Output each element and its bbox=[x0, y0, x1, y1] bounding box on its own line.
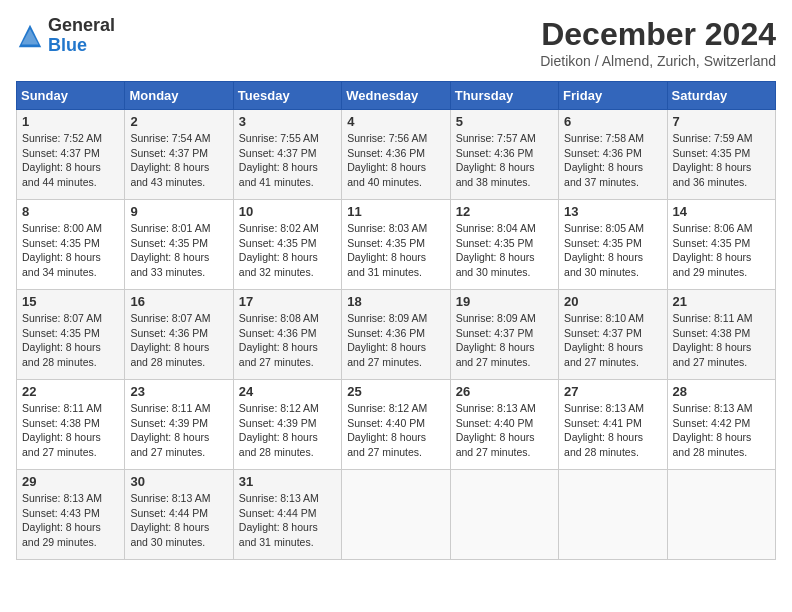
day-info: Sunrise: 7:54 AMSunset: 4:37 PMDaylight:… bbox=[130, 131, 227, 190]
calendar-cell: 5Sunrise: 7:57 AMSunset: 4:36 PMDaylight… bbox=[450, 110, 558, 200]
month-title: December 2024 bbox=[540, 16, 776, 53]
calendar-table: SundayMondayTuesdayWednesdayThursdayFrid… bbox=[16, 81, 776, 560]
day-info: Sunrise: 7:52 AMSunset: 4:37 PMDaylight:… bbox=[22, 131, 119, 190]
calendar-cell: 6Sunrise: 7:58 AMSunset: 4:36 PMDaylight… bbox=[559, 110, 667, 200]
day-number: 26 bbox=[456, 384, 553, 399]
page-header: General Blue December 2024 Dietikon / Al… bbox=[16, 16, 776, 69]
calendar-cell bbox=[559, 470, 667, 560]
day-info: Sunrise: 8:04 AMSunset: 4:35 PMDaylight:… bbox=[456, 221, 553, 280]
day-number: 17 bbox=[239, 294, 336, 309]
day-number: 15 bbox=[22, 294, 119, 309]
day-info: Sunrise: 8:13 AMSunset: 4:44 PMDaylight:… bbox=[239, 491, 336, 550]
day-info: Sunrise: 8:09 AMSunset: 4:37 PMDaylight:… bbox=[456, 311, 553, 370]
day-number: 25 bbox=[347, 384, 444, 399]
calendar-cell: 2Sunrise: 7:54 AMSunset: 4:37 PMDaylight… bbox=[125, 110, 233, 200]
day-number: 28 bbox=[673, 384, 770, 399]
calendar-cell: 24Sunrise: 8:12 AMSunset: 4:39 PMDayligh… bbox=[233, 380, 341, 470]
day-number: 1 bbox=[22, 114, 119, 129]
calendar-cell: 16Sunrise: 8:07 AMSunset: 4:36 PMDayligh… bbox=[125, 290, 233, 380]
day-info: Sunrise: 8:05 AMSunset: 4:35 PMDaylight:… bbox=[564, 221, 661, 280]
day-number: 10 bbox=[239, 204, 336, 219]
day-header-saturday: Saturday bbox=[667, 82, 775, 110]
day-header-friday: Friday bbox=[559, 82, 667, 110]
day-header-sunday: Sunday bbox=[17, 82, 125, 110]
day-info: Sunrise: 8:12 AMSunset: 4:39 PMDaylight:… bbox=[239, 401, 336, 460]
calendar-cell: 4Sunrise: 7:56 AMSunset: 4:36 PMDaylight… bbox=[342, 110, 450, 200]
day-number: 27 bbox=[564, 384, 661, 399]
calendar-cell: 19Sunrise: 8:09 AMSunset: 4:37 PMDayligh… bbox=[450, 290, 558, 380]
calendar-cell bbox=[667, 470, 775, 560]
logo-blue-text: Blue bbox=[48, 36, 115, 56]
day-info: Sunrise: 8:06 AMSunset: 4:35 PMDaylight:… bbox=[673, 221, 770, 280]
day-number: 24 bbox=[239, 384, 336, 399]
day-number: 18 bbox=[347, 294, 444, 309]
day-number: 23 bbox=[130, 384, 227, 399]
calendar-cell: 31Sunrise: 8:13 AMSunset: 4:44 PMDayligh… bbox=[233, 470, 341, 560]
day-number: 14 bbox=[673, 204, 770, 219]
title-block: December 2024 Dietikon / Almend, Zurich,… bbox=[540, 16, 776, 69]
day-number: 3 bbox=[239, 114, 336, 129]
calendar-cell: 26Sunrise: 8:13 AMSunset: 4:40 PMDayligh… bbox=[450, 380, 558, 470]
day-header-monday: Monday bbox=[125, 82, 233, 110]
calendar-cell: 25Sunrise: 8:12 AMSunset: 4:40 PMDayligh… bbox=[342, 380, 450, 470]
calendar-cell: 27Sunrise: 8:13 AMSunset: 4:41 PMDayligh… bbox=[559, 380, 667, 470]
calendar-cell: 21Sunrise: 8:11 AMSunset: 4:38 PMDayligh… bbox=[667, 290, 775, 380]
calendar-cell: 29Sunrise: 8:13 AMSunset: 4:43 PMDayligh… bbox=[17, 470, 125, 560]
day-info: Sunrise: 8:10 AMSunset: 4:37 PMDaylight:… bbox=[564, 311, 661, 370]
calendar-cell: 18Sunrise: 8:09 AMSunset: 4:36 PMDayligh… bbox=[342, 290, 450, 380]
day-info: Sunrise: 8:13 AMSunset: 4:41 PMDaylight:… bbox=[564, 401, 661, 460]
calendar-cell: 11Sunrise: 8:03 AMSunset: 4:35 PMDayligh… bbox=[342, 200, 450, 290]
day-info: Sunrise: 7:56 AMSunset: 4:36 PMDaylight:… bbox=[347, 131, 444, 190]
day-header-wednesday: Wednesday bbox=[342, 82, 450, 110]
day-number: 31 bbox=[239, 474, 336, 489]
day-header-tuesday: Tuesday bbox=[233, 82, 341, 110]
location-text: Dietikon / Almend, Zurich, Switzerland bbox=[540, 53, 776, 69]
calendar-cell: 10Sunrise: 8:02 AMSunset: 4:35 PMDayligh… bbox=[233, 200, 341, 290]
day-number: 20 bbox=[564, 294, 661, 309]
day-info: Sunrise: 8:01 AMSunset: 4:35 PMDaylight:… bbox=[130, 221, 227, 280]
day-info: Sunrise: 8:03 AMSunset: 4:35 PMDaylight:… bbox=[347, 221, 444, 280]
day-info: Sunrise: 8:08 AMSunset: 4:36 PMDaylight:… bbox=[239, 311, 336, 370]
day-number: 5 bbox=[456, 114, 553, 129]
day-header-thursday: Thursday bbox=[450, 82, 558, 110]
calendar-cell: 23Sunrise: 8:11 AMSunset: 4:39 PMDayligh… bbox=[125, 380, 233, 470]
calendar-cell bbox=[450, 470, 558, 560]
calendar-cell: 3Sunrise: 7:55 AMSunset: 4:37 PMDaylight… bbox=[233, 110, 341, 200]
day-number: 4 bbox=[347, 114, 444, 129]
calendar-cell bbox=[342, 470, 450, 560]
calendar-week-row: 22Sunrise: 8:11 AMSunset: 4:38 PMDayligh… bbox=[17, 380, 776, 470]
day-info: Sunrise: 8:07 AMSunset: 4:36 PMDaylight:… bbox=[130, 311, 227, 370]
calendar-cell: 28Sunrise: 8:13 AMSunset: 4:42 PMDayligh… bbox=[667, 380, 775, 470]
calendar-cell: 12Sunrise: 8:04 AMSunset: 4:35 PMDayligh… bbox=[450, 200, 558, 290]
day-number: 9 bbox=[130, 204, 227, 219]
day-number: 8 bbox=[22, 204, 119, 219]
logo-icon bbox=[16, 22, 44, 50]
logo-general-text: General bbox=[48, 16, 115, 36]
day-number: 12 bbox=[456, 204, 553, 219]
day-number: 6 bbox=[564, 114, 661, 129]
day-number: 13 bbox=[564, 204, 661, 219]
calendar-cell: 30Sunrise: 8:13 AMSunset: 4:44 PMDayligh… bbox=[125, 470, 233, 560]
day-number: 16 bbox=[130, 294, 227, 309]
calendar-cell: 15Sunrise: 8:07 AMSunset: 4:35 PMDayligh… bbox=[17, 290, 125, 380]
calendar-cell: 22Sunrise: 8:11 AMSunset: 4:38 PMDayligh… bbox=[17, 380, 125, 470]
calendar-cell: 9Sunrise: 8:01 AMSunset: 4:35 PMDaylight… bbox=[125, 200, 233, 290]
day-info: Sunrise: 8:02 AMSunset: 4:35 PMDaylight:… bbox=[239, 221, 336, 280]
day-number: 30 bbox=[130, 474, 227, 489]
calendar-cell: 1Sunrise: 7:52 AMSunset: 4:37 PMDaylight… bbox=[17, 110, 125, 200]
day-info: Sunrise: 8:07 AMSunset: 4:35 PMDaylight:… bbox=[22, 311, 119, 370]
calendar-cell: 14Sunrise: 8:06 AMSunset: 4:35 PMDayligh… bbox=[667, 200, 775, 290]
calendar-week-row: 8Sunrise: 8:00 AMSunset: 4:35 PMDaylight… bbox=[17, 200, 776, 290]
day-info: Sunrise: 7:59 AMSunset: 4:35 PMDaylight:… bbox=[673, 131, 770, 190]
day-number: 11 bbox=[347, 204, 444, 219]
day-number: 7 bbox=[673, 114, 770, 129]
day-info: Sunrise: 8:11 AMSunset: 4:38 PMDaylight:… bbox=[673, 311, 770, 370]
logo: General Blue bbox=[16, 16, 115, 56]
day-number: 29 bbox=[22, 474, 119, 489]
day-info: Sunrise: 7:57 AMSunset: 4:36 PMDaylight:… bbox=[456, 131, 553, 190]
calendar-cell: 17Sunrise: 8:08 AMSunset: 4:36 PMDayligh… bbox=[233, 290, 341, 380]
day-info: Sunrise: 8:13 AMSunset: 4:40 PMDaylight:… bbox=[456, 401, 553, 460]
day-info: Sunrise: 8:13 AMSunset: 4:43 PMDaylight:… bbox=[22, 491, 119, 550]
day-info: Sunrise: 8:13 AMSunset: 4:42 PMDaylight:… bbox=[673, 401, 770, 460]
day-number: 21 bbox=[673, 294, 770, 309]
